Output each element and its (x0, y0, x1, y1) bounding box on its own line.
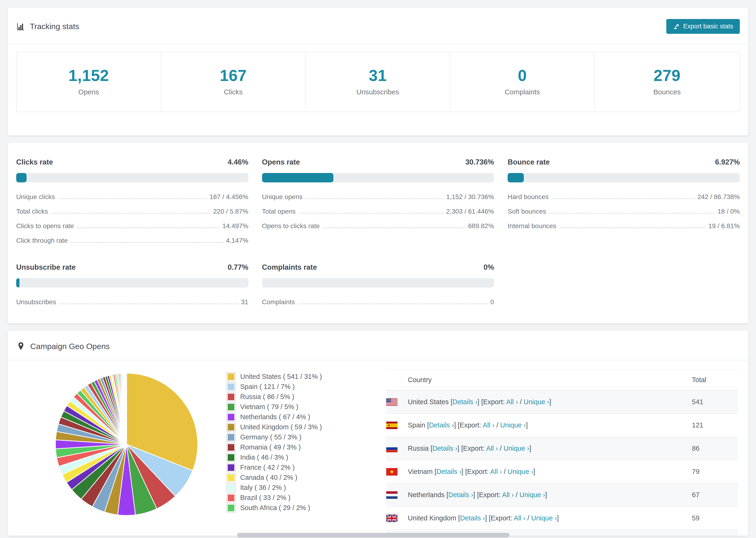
export-all-link[interactable]: All › (490, 468, 502, 475)
dotted-leader (59, 303, 239, 304)
total-cell: 121 (692, 421, 738, 429)
country-name: Netherlands (408, 491, 446, 499)
rate-row-value: 242 / 86.738% (697, 193, 740, 201)
legend-item: Canada ( 40 / 2% ) (227, 472, 322, 483)
legend-label: Spain ( 121 / 7% ) (240, 383, 295, 391)
legend-label: Romania ( 49 / 3% ) (240, 443, 301, 451)
legend-item: Germany ( 55 / 3% ) (227, 432, 322, 442)
legend-item: Russia ( 86 / 5% ) (227, 392, 322, 402)
legend-item: United States ( 541 / 31% ) (227, 372, 322, 382)
table-row: Russia [Details ›] [Export: All › / Uniq… (386, 437, 738, 460)
bracket-text: [ (451, 398, 453, 405)
country-name: United States (408, 398, 451, 405)
export-unique-link[interactable]: Unique › (531, 514, 557, 522)
legend-item: Romania ( 49 / 3% ) (227, 442, 322, 452)
rate-row-label: Complaints (262, 298, 295, 306)
bracket-text: ] (545, 491, 547, 499)
rate-row-label: Internal bounces (508, 222, 556, 230)
details-link[interactable]: Details › (460, 514, 485, 522)
country-name: Russia (408, 445, 431, 452)
country-cell: Netherlands [Details ›] [Export: All › /… (408, 491, 692, 499)
stat-value: 0 (450, 67, 594, 84)
details-link[interactable]: Details › (429, 421, 454, 429)
rate-rows: Unique clicks167 / 4.456%Total clicks220… (16, 193, 248, 244)
rate-head: Clicks rate4.46% (16, 158, 248, 166)
stat-value: 167 (161, 67, 305, 84)
gb-flag-icon (386, 514, 408, 522)
pie-slice[interactable] (126, 373, 127, 444)
export-unique-link[interactable]: Unique › (508, 468, 533, 475)
rate-head: Complaints rate0% (262, 263, 494, 272)
legend-label: India ( 46 / 3% ) (240, 454, 288, 461)
export-all-link[interactable]: All › (506, 398, 518, 405)
legend-swatch (227, 403, 236, 411)
es-flag-icon (386, 422, 408, 429)
legend-label: Canada ( 40 / 2% ) (240, 474, 297, 481)
summary-stat: 167Clicks (161, 52, 306, 112)
bracket-text: / (525, 514, 531, 522)
bracket-text: / (502, 468, 508, 475)
export-basic-stats-button[interactable]: Export basic stats (666, 19, 740, 34)
rate-row: Unique opens1,152 / 30.736% (262, 193, 494, 201)
progress-fill (262, 173, 333, 183)
export-all-link[interactable]: All › (502, 491, 514, 499)
stat-value: 279 (595, 67, 739, 84)
rate-row-value: 1,152 / 30.736% (446, 193, 494, 201)
country-cell: United States [Details ›] [Export: All ›… (408, 398, 692, 406)
dotted-leader (298, 303, 488, 304)
details-link[interactable]: Details › (449, 491, 473, 499)
progress-track (16, 173, 248, 183)
dotted-leader (549, 213, 715, 214)
legend-item: South Africa ( 29 / 2% ) (227, 503, 322, 513)
dotted-leader (51, 213, 211, 214)
rate-row-value: 4.147% (226, 237, 248, 244)
legend-swatch (227, 483, 236, 492)
bracket-text: ] [Export: (473, 491, 502, 499)
rate-row-label: Unique opens (262, 193, 303, 201)
rate-block-bounce: Bounce rate6.927%Hard bounces242 / 86.73… (508, 158, 740, 244)
bracket-text: ] [Export: (485, 514, 514, 522)
table-row: United Kingdom [Details ›] [Export: All … (386, 507, 738, 530)
geo-table-header-total: Total (692, 376, 738, 384)
rate-rows: Complaints0 (262, 298, 494, 306)
export-icon (673, 23, 680, 30)
legend-item: Netherlands ( 67 / 4% ) (227, 412, 322, 422)
export-unique-link[interactable]: Unique › (504, 445, 529, 452)
export-unique-link[interactable]: Unique › (523, 398, 549, 405)
bracket-text: ] (557, 514, 559, 522)
bracket-text: ] (549, 398, 551, 405)
export-all-link[interactable]: All › (483, 421, 495, 429)
rate-title: Opens rate (262, 158, 300, 166)
dotted-leader (323, 228, 466, 228)
rate-row-label: Click through rate (16, 237, 68, 244)
bracket-text: ] [Export: (477, 398, 507, 405)
legend-label: United States ( 541 / 31% ) (240, 373, 322, 381)
legend-swatch (227, 463, 236, 472)
export-all-link[interactable]: All › (514, 514, 525, 522)
flag-cell (386, 491, 408, 499)
rate-row-label: Soft bounces (508, 208, 546, 215)
details-link[interactable]: Details › (453, 398, 477, 405)
bracket-text: ] [Export: (461, 468, 490, 475)
rate-row: Complaints0 (262, 298, 494, 306)
progress-track (262, 278, 494, 288)
rate-row: Opens to clicks rate689.82% (262, 222, 494, 230)
flag-cell (386, 422, 408, 429)
rate-head: Bounce rate6.927% (508, 158, 740, 166)
geo-pie-legend: United States ( 541 / 31% )Spain ( 121 /… (227, 369, 322, 513)
rate-row: Total clicks220 / 5.87% (16, 208, 248, 215)
flag-cell (386, 445, 408, 452)
export-all-link[interactable]: All › (486, 445, 498, 452)
details-link[interactable]: Details › (436, 468, 461, 475)
export-unique-link[interactable]: Unique › (519, 491, 545, 499)
rate-row-value: 167 / 4.456% (210, 193, 248, 201)
export-unique-link[interactable]: Unique › (500, 421, 526, 429)
map-pin-icon (16, 342, 26, 351)
summary-stat: 31Unsubscribes (306, 52, 450, 112)
country-cell: Vietnam [Details ›] [Export: All › / Uni… (408, 468, 692, 476)
legend-label: Brazil ( 33 / 2% ) (240, 494, 291, 502)
bracket-text: / (495, 421, 500, 429)
horizontal-scrollbar-thumb[interactable] (237, 533, 510, 538)
page-title: Tracking stats (30, 22, 79, 31)
details-link[interactable]: Details › (432, 445, 458, 452)
